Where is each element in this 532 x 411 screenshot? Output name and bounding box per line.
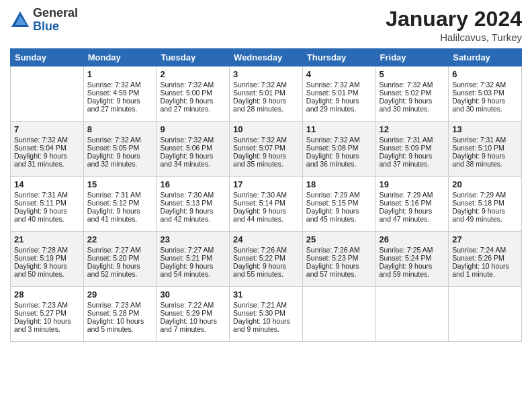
day-number: 17 (233, 179, 299, 189)
sunrise-text: Sunrise: 7:32 AM (87, 136, 153, 144)
day-cell (375, 287, 449, 342)
week-row-3: 14Sunrise: 7:31 AMSunset: 5:11 PMDayligh… (11, 177, 522, 232)
day-cell (11, 66, 84, 122)
sunrise-text: Sunrise: 7:32 AM (160, 81, 226, 89)
calendar-table: SundayMondayTuesdayWednesdayThursdayFrid… (10, 48, 522, 342)
sunset-text: Sunset: 5:23 PM (306, 254, 372, 262)
day-cell: 26Sunrise: 7:25 AMSunset: 5:24 PMDayligh… (375, 232, 449, 287)
daylight-text: Daylight: 9 hours and 31 minutes. (14, 152, 80, 168)
day-cell (302, 287, 375, 342)
daylight-text: Daylight: 9 hours and 47 minutes. (380, 207, 445, 223)
day-cell: 1Sunrise: 7:32 AMSunset: 4:59 PMDaylight… (83, 66, 157, 122)
sunrise-text: Sunrise: 7:30 AM (160, 191, 226, 199)
daylight-text: Daylight: 9 hours and 50 minutes. (14, 262, 80, 278)
sunset-text: Sunset: 5:27 PM (14, 309, 80, 317)
sunrise-text: Sunrise: 7:29 AM (380, 191, 445, 199)
daylight-text: Daylight: 9 hours and 36 minutes. (306, 152, 372, 168)
day-cell: 19Sunrise: 7:29 AMSunset: 5:16 PMDayligh… (375, 177, 449, 232)
sunset-text: Sunset: 5:06 PM (160, 144, 226, 152)
col-header-sunday: Sunday (11, 49, 84, 66)
day-number: 29 (87, 289, 153, 300)
day-number: 31 (233, 289, 299, 300)
col-header-friday: Friday (375, 49, 449, 66)
sunrise-text: Sunrise: 7:29 AM (306, 191, 372, 199)
sunrise-text: Sunrise: 7:24 AM (452, 246, 518, 254)
sunrise-text: Sunrise: 7:32 AM (306, 136, 372, 144)
daylight-text: Daylight: 9 hours and 38 minutes. (452, 152, 518, 168)
day-cell: 7Sunrise: 7:32 AMSunset: 5:04 PMDaylight… (11, 122, 84, 177)
col-header-wednesday: Wednesday (230, 49, 303, 66)
sunrise-text: Sunrise: 7:30 AM (233, 191, 299, 199)
day-cell: 10Sunrise: 7:32 AMSunset: 5:07 PMDayligh… (230, 122, 303, 177)
daylight-text: Daylight: 9 hours and 59 minutes. (380, 262, 445, 278)
sunset-text: Sunset: 5:18 PM (452, 199, 518, 207)
daylight-text: Daylight: 9 hours and 30 minutes. (452, 97, 518, 113)
daylight-text: Daylight: 9 hours and 40 minutes. (14, 207, 80, 223)
sunrise-text: Sunrise: 7:27 AM (87, 246, 153, 254)
sunset-text: Sunset: 5:15 PM (306, 199, 372, 207)
day-cell: 21Sunrise: 7:28 AMSunset: 5:19 PMDayligh… (11, 232, 84, 287)
day-cell: 22Sunrise: 7:27 AMSunset: 5:20 PMDayligh… (83, 232, 157, 287)
sunrise-text: Sunrise: 7:26 AM (306, 246, 372, 254)
day-number: 21 (14, 234, 80, 244)
sunset-text: Sunset: 5:13 PM (160, 199, 226, 207)
day-cell: 9Sunrise: 7:32 AMSunset: 5:06 PMDaylight… (157, 122, 230, 177)
sunset-text: Sunset: 5:01 PM (233, 89, 299, 97)
location: Halilcavus, Turkey (386, 32, 522, 43)
week-row-4: 21Sunrise: 7:28 AMSunset: 5:19 PMDayligh… (11, 232, 522, 287)
sunrise-text: Sunrise: 7:31 AM (452, 136, 518, 144)
daylight-text: Daylight: 9 hours and 27 minutes. (160, 97, 226, 113)
sunrise-text: Sunrise: 7:22 AM (160, 301, 226, 309)
sunrise-text: Sunrise: 7:32 AM (380, 81, 445, 89)
sunset-text: Sunset: 5:02 PM (380, 89, 445, 97)
day-number: 7 (14, 124, 80, 134)
sunset-text: Sunset: 5:12 PM (87, 199, 153, 207)
day-number: 22 (87, 234, 153, 244)
day-number: 25 (306, 234, 372, 244)
day-number: 3 (233, 69, 299, 79)
sunset-text: Sunset: 5:28 PM (87, 309, 153, 317)
day-number: 8 (87, 124, 153, 134)
day-cell (449, 287, 522, 342)
sunset-text: Sunset: 5:19 PM (14, 254, 80, 262)
sunrise-text: Sunrise: 7:27 AM (160, 246, 226, 254)
sunrise-text: Sunrise: 7:25 AM (380, 246, 445, 254)
logo-general: General (33, 7, 78, 20)
day-number: 18 (306, 179, 372, 189)
sunrise-text: Sunrise: 7:32 AM (87, 81, 153, 89)
day-number: 12 (380, 124, 445, 134)
day-number: 4 (306, 69, 372, 79)
day-cell: 24Sunrise: 7:26 AMSunset: 5:22 PMDayligh… (230, 232, 303, 287)
day-cell: 5Sunrise: 7:32 AMSunset: 5:02 PMDaylight… (375, 66, 449, 122)
day-cell: 29Sunrise: 7:23 AMSunset: 5:28 PMDayligh… (83, 287, 157, 342)
day-cell: 3Sunrise: 7:32 AMSunset: 5:01 PMDaylight… (230, 66, 303, 122)
day-number: 16 (160, 179, 226, 189)
day-cell: 15Sunrise: 7:31 AMSunset: 5:12 PMDayligh… (83, 177, 157, 232)
sunset-text: Sunset: 5:14 PM (233, 199, 299, 207)
col-header-tuesday: Tuesday (157, 49, 230, 66)
daylight-text: Daylight: 9 hours and 29 minutes. (306, 97, 372, 113)
sunset-text: Sunset: 5:29 PM (160, 309, 226, 317)
sunset-text: Sunset: 5:21 PM (160, 254, 226, 262)
day-number: 20 (452, 179, 518, 189)
daylight-text: Daylight: 9 hours and 57 minutes. (306, 262, 372, 278)
logo: General Blue (10, 7, 78, 34)
sunrise-text: Sunrise: 7:26 AM (233, 246, 299, 254)
logo-icon (10, 10, 30, 30)
day-cell: 31Sunrise: 7:21 AMSunset: 5:30 PMDayligh… (230, 287, 303, 342)
daylight-text: Daylight: 10 hours and 9 minutes. (233, 317, 299, 333)
week-row-2: 7Sunrise: 7:32 AMSunset: 5:04 PMDaylight… (11, 122, 522, 177)
week-row-5: 28Sunrise: 7:23 AMSunset: 5:27 PMDayligh… (11, 287, 522, 342)
daylight-text: Daylight: 10 hours and 1 minute. (452, 262, 518, 278)
day-cell: 17Sunrise: 7:30 AMSunset: 5:14 PMDayligh… (230, 177, 303, 232)
daylight-text: Daylight: 9 hours and 52 minutes. (87, 262, 153, 278)
sunset-text: Sunset: 5:01 PM (306, 89, 372, 97)
day-number: 14 (14, 179, 80, 189)
daylight-text: Daylight: 9 hours and 32 minutes. (87, 152, 153, 168)
header-row: SundayMondayTuesdayWednesdayThursdayFrid… (11, 49, 522, 66)
daylight-text: Daylight: 9 hours and 41 minutes. (87, 207, 153, 223)
day-number: 24 (233, 234, 299, 244)
sunrise-text: Sunrise: 7:32 AM (160, 136, 226, 144)
sunrise-text: Sunrise: 7:23 AM (87, 301, 153, 309)
sunset-text: Sunset: 5:22 PM (233, 254, 299, 262)
